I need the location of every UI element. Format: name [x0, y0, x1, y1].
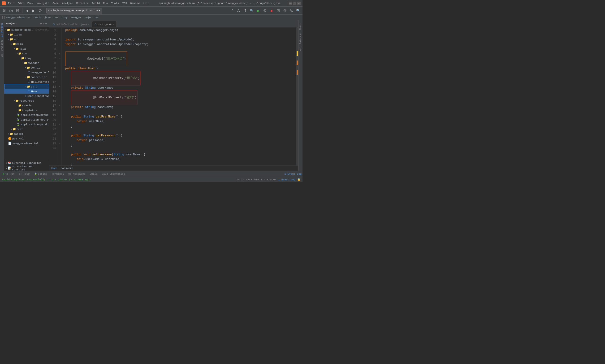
sidebar-hide-btn[interactable]: —	[45, 22, 47, 25]
tree-item-app-props[interactable]: 🍃 application.properties	[4, 113, 49, 117]
bc-swagger-demo[interactable]: swagger-demo	[6, 16, 25, 19]
tree-item-com[interactable]: ▾ 📁 com	[4, 51, 49, 56]
bc-src[interactable]: src	[28, 16, 32, 19]
menu-file[interactable]: File	[7, 1, 16, 5]
tree-item-pojo[interactable]: ▾ 📁 pojo	[4, 84, 49, 89]
tree-item-app-prod-props[interactable]: 🍃 application-prod.properties	[4, 122, 49, 127]
tree-item-templates[interactable]: ▶ 📁 templates	[4, 108, 49, 113]
save-all-button[interactable]	[15, 8, 21, 14]
menu-code[interactable]: Code	[51, 1, 60, 5]
tree-item-resources[interactable]: ▾ 📁 resources	[4, 98, 49, 103]
window-controls[interactable]: — □ ✕	[289, 2, 301, 5]
vtab-project[interactable]: 1: Project	[0, 21, 4, 38]
external-libraries-item[interactable]: ▶ 📚 External Libraries	[4, 160, 49, 166]
tab-spring[interactable]: 🍃 Spring	[32, 171, 49, 177]
vtab-maven[interactable]: Maven	[299, 21, 302, 31]
menu-help[interactable]: Help	[142, 1, 151, 5]
maximize-button[interactable]: □	[293, 2, 296, 5]
tab-terminal[interactable]: Terminal	[50, 171, 66, 177]
tree-item-config[interactable]: ▾ 📁 config	[4, 65, 49, 70]
close-button[interactable]: ✕	[297, 2, 301, 5]
open-button[interactable]	[8, 8, 14, 14]
bc-user[interactable]: User	[94, 16, 100, 19]
search-everywhere-button[interactable]: 🔍	[295, 8, 301, 14]
code-editor[interactable]: 1 2 3 4 5 6 7 8 9 10 11 12 13 14 15 16 1…	[49, 27, 298, 166]
sidebar-external-btn[interactable]: ⊞	[40, 22, 42, 25]
tree-item-user[interactable]: ⬡ User	[4, 89, 49, 94]
scratches-item[interactable]: ▶ 📝 Scratches and Consoles	[4, 166, 49, 171]
menu-bar[interactable]: File Edit View Navigate Code Analyze Ref…	[7, 1, 151, 5]
sidebar-settings-btn[interactable]: ⚙	[43, 22, 44, 25]
menu-build[interactable]: Build	[90, 1, 101, 5]
bc-java[interactable]: java	[44, 16, 51, 19]
hammer-button[interactable]	[242, 8, 248, 14]
debug-button[interactable]	[262, 8, 268, 14]
indent-settings[interactable]: 4 spaces	[264, 178, 276, 181]
tree-item-app-dev-props[interactable]: 🍃 application-dev.properties	[4, 117, 49, 122]
tab-close-user[interactable]: ✕	[113, 23, 114, 26]
coverage-button[interactable]	[275, 8, 281, 14]
tree-item-springboot-main[interactable]: ⬡ SpringbootSwaggerDemoA...	[4, 94, 49, 98]
event-log-status[interactable]: 1 Event Log	[278, 178, 296, 181]
tab-user[interactable]: ⬡ User.java ✕	[92, 21, 116, 27]
user-class-bc[interactable]: User	[51, 167, 57, 170]
tree-item-swagger-demo[interactable]: ▾ 📁 swagger-demo D:\code\springboot\swag…	[4, 27, 49, 32]
vcs-button[interactable]	[288, 8, 295, 14]
tree-item-main[interactable]: ▾ 📁 main	[4, 42, 49, 46]
run-search-button[interactable]: 🔍	[249, 8, 255, 14]
run-app-button[interactable]: ▶	[255, 8, 261, 14]
menu-vcs[interactable]: VCS	[121, 1, 128, 5]
tab-java-enterprise[interactable]: Java Enterprise	[100, 171, 127, 177]
tree-item-idea[interactable]: ▶ 📁 .idea	[4, 32, 49, 37]
bc-com[interactable]: com	[54, 16, 58, 19]
tree-item-static[interactable]: ▶ 📁 static	[4, 103, 49, 108]
tree-item-test[interactable]: ▶ 📁 test	[4, 127, 49, 131]
bc-main[interactable]: main	[35, 16, 41, 19]
encoding[interactable]: UTF-8	[254, 178, 262, 181]
menu-run[interactable]: Run	[102, 1, 109, 5]
minimize-button[interactable]: —	[289, 2, 292, 5]
tab-todo[interactable]: 6: TODO	[17, 171, 31, 177]
back-button[interactable]: ◀	[24, 8, 30, 14]
tree-item-hellocontroller[interactable]: ⬡ HelloController	[4, 79, 49, 84]
menu-edit[interactable]: Edit	[16, 1, 25, 5]
recent-files-button[interactable]	[37, 8, 43, 14]
tree-item-swaggerconfig[interactable]: ⬡ SwaggerConfig	[4, 70, 49, 75]
menu-refactor[interactable]: Refactor	[75, 1, 90, 5]
menu-window[interactable]: Window	[129, 1, 141, 5]
password-field-bc[interactable]: password	[61, 167, 73, 170]
cursor-position[interactable]: 10:26	[236, 178, 244, 181]
line-separator[interactable]: CRLF	[246, 178, 252, 181]
code-content[interactable]: package com.tony.swagger.pojo; import io…	[62, 27, 296, 166]
menu-tools[interactable]: Tools	[110, 1, 120, 5]
vtab-database[interactable]: Database	[299, 31, 302, 45]
new-file-button[interactable]	[1, 8, 8, 14]
tree-item-tony[interactable]: ▾ 📁 tony	[4, 56, 49, 61]
sync-button[interactable]	[229, 8, 235, 14]
vtab-favorites[interactable]: 2: Favorites	[0, 38, 4, 58]
settings-button[interactable]	[282, 8, 288, 14]
bc-swagger[interactable]: swagger	[71, 16, 81, 19]
tree-item-java[interactable]: ▾ 📁 java	[4, 46, 49, 51]
tree-item-iml[interactable]: 📄 swagger-demo.iml	[4, 141, 49, 146]
tab-run[interactable]: ▶ 4: Run	[1, 171, 16, 177]
build-button[interactable]	[235, 8, 242, 14]
tab-build[interactable]: Build	[88, 171, 100, 177]
bc-pojo[interactable]: pojo	[85, 16, 91, 19]
tab-close-hellocontroller[interactable]: ✕	[88, 23, 89, 26]
menu-analyze[interactable]: Analyze	[61, 1, 74, 5]
bc-tony[interactable]: tony	[62, 16, 68, 19]
menu-navigate[interactable]: Navigate	[35, 1, 51, 5]
run-config-dropdown[interactable]: SpringbootSwaggerDemoApplication ▾	[46, 8, 102, 13]
stop-button[interactable]: ■	[269, 8, 275, 14]
tab-hellocontroller[interactable]: ⬡ HelloController.java ✕	[50, 21, 92, 27]
tree-item-controller[interactable]: ▾ 📁 controller	[4, 75, 49, 79]
vtab-web[interactable]: Web	[299, 45, 302, 52]
tree-item-pom[interactable]: 🟠 pom.xml	[4, 136, 49, 141]
tree-item-src[interactable]: ▾ 📁 src	[4, 37, 49, 42]
tree-item-target[interactable]: ▶ 📁 target	[4, 131, 49, 136]
menu-view[interactable]: View	[26, 1, 35, 5]
forward-button[interactable]: ▶	[30, 8, 37, 14]
tree-item-swagger[interactable]: ▾ 📁 swagger	[4, 61, 49, 65]
event-log-link[interactable]: 1 Event Log	[284, 172, 302, 175]
